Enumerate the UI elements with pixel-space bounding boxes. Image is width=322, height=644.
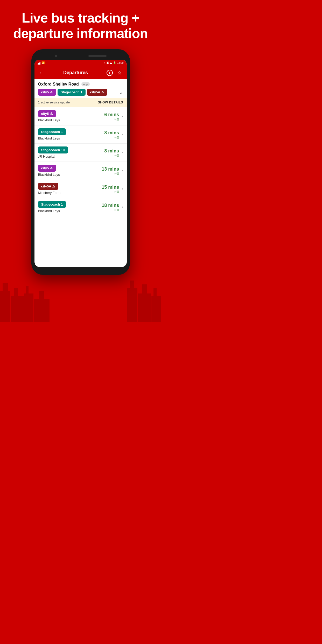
info-button[interactable]: i — [106, 69, 113, 76]
departure-time: 18 mins — [102, 203, 119, 208]
departure-left: Stagecoach 10JR Hospital — [38, 146, 104, 158]
chip-stagecoach1[interactable]: Stagecoach 1 — [58, 89, 86, 96]
stop-name-row: Oxford Shelley Road opp — [38, 82, 123, 87]
service-update-text: 1 active service update — [38, 101, 70, 104]
svg-rect-5 — [24, 293, 33, 322]
service-update-banner[interactable]: 1 active service update SHOW DETAILS — [34, 98, 127, 107]
live-tracking-icon: ((·)) — [102, 208, 119, 211]
departure-chip: city5 ⚠ — [38, 165, 56, 172]
phone-outer: 📶 N ⏰ ⬓ 🔋 13:09 ← Departures i — [31, 49, 130, 275]
departure-row[interactable]: city5A ⚠Minchery Farm15 mins((·))› — [34, 180, 127, 198]
departure-chip: city5A ⚠ — [38, 183, 58, 190]
chevron-right-icon: › — [122, 186, 123, 191]
signal-bar-2 — [38, 63, 39, 65]
chevron-right-icon: › — [122, 114, 123, 118]
departure-time-block: 8 mins((·)) — [104, 148, 119, 157]
app-bar-title: Departures — [45, 70, 106, 75]
departure-row[interactable]: Stagecoach 1Blackbird Leys8 mins((·))› — [34, 125, 127, 144]
hero-section: Live bus tracking + departure informatio… — [0, 0, 161, 47]
departure-left: city5 ⚠Blackbird Leys — [38, 110, 104, 122]
departure-right: 13 mins((·))› — [102, 166, 123, 175]
wifi-icon: 📶 — [41, 61, 45, 64]
departure-left: city5 ⚠Blackbird Leys — [38, 165, 102, 177]
chip-city5[interactable]: city5 ⚠ — [38, 89, 56, 96]
svg-rect-4 — [14, 288, 18, 296]
departure-right: 8 mins((·))› — [104, 130, 123, 139]
svg-rect-2 — [3, 283, 8, 291]
live-tracking-icon: ((·)) — [104, 136, 119, 139]
phone-camera — [55, 55, 57, 57]
departure-time-block: 8 mins((·)) — [104, 130, 119, 139]
departure-row[interactable]: city5 ⚠Blackbird Leys6 mins((·))› — [34, 107, 127, 125]
departure-time: 6 mins — [104, 112, 119, 117]
svg-rect-10 — [130, 281, 134, 288]
svg-rect-3 — [11, 296, 24, 322]
hero-title: Live bus tracking + departure informatio… — [8, 10, 153, 41]
departure-chip: Stagecoach 10 — [38, 146, 68, 153]
favourite-button[interactable]: ☆ — [116, 69, 123, 76]
departure-right: 8 mins((·))› — [104, 148, 123, 157]
nfc-icon: N — [103, 61, 105, 64]
stop-header: Oxford Shelley Road opp city5 ⚠ Stagecoa… — [34, 79, 127, 98]
status-left: 📶 — [38, 61, 45, 65]
departure-time-block: 6 mins((·)) — [104, 112, 119, 121]
departure-right: 18 mins((·))› — [102, 203, 123, 211]
chevron-right-icon: › — [122, 132, 123, 137]
departure-row[interactable]: Stagecoach 10JR Hospital8 mins((·))› — [34, 144, 127, 162]
phone-mockup: 📶 N ⏰ ⬓ 🔋 13:09 ← Departures i — [0, 49, 161, 275]
status-bar: 📶 N ⏰ ⬓ 🔋 13:09 — [34, 60, 127, 66]
departure-right: 15 mins((·))› — [102, 185, 123, 193]
departure-chip: city5 ⚠ — [38, 110, 56, 117]
back-arrow-icon: ← — [39, 70, 44, 76]
svg-rect-14 — [153, 288, 157, 296]
alarm-icon: ⏰ — [106, 61, 109, 64]
departure-left: city5A ⚠Minchery Farm — [38, 183, 102, 195]
live-tracking-icon: ((·)) — [104, 154, 119, 157]
live-tracking-icon: ((·)) — [104, 117, 119, 121]
app-bar: ← Departures i ☆ — [34, 66, 127, 79]
svg-rect-7 — [34, 299, 50, 322]
departure-time-block: 13 mins((·)) — [102, 166, 119, 175]
signal-bar-3 — [39, 62, 40, 65]
departure-row[interactable]: city5 ⚠Blackbird Leys13 mins((·))› — [34, 162, 127, 180]
departure-destination: Minchery Farm — [38, 191, 102, 195]
departure-row[interactable]: Stagecoach 1Blackbird Leys18 mins((·))› — [34, 198, 127, 216]
departure-destination: Blackbird Leys — [38, 209, 102, 213]
route-chips-row: city5 ⚠ Stagecoach 1 city5A ⚠ ⌄ — [38, 89, 123, 96]
chevron-right-icon: › — [122, 205, 123, 209]
departure-destination: Blackbird Leys — [38, 118, 104, 122]
svg-rect-8 — [39, 291, 44, 299]
departure-destination: Blackbird Leys — [38, 136, 104, 140]
departure-left: Stagecoach 1Blackbird Leys — [38, 128, 104, 140]
stop-name: Oxford Shelley Road — [38, 82, 79, 87]
departure-chip: Stagecoach 1 — [38, 128, 66, 135]
phone-speaker — [88, 55, 107, 57]
bluetooth-icon: ⬓ — [110, 61, 112, 64]
departure-time: 8 mins — [104, 130, 119, 136]
chips-expand-button[interactable]: ⌄ — [119, 89, 123, 95]
status-right: N ⏰ ⬓ 🔋 13:09 — [103, 61, 123, 64]
departure-time-block: 18 mins((·)) — [102, 203, 119, 211]
phone-screen: 📶 N ⏰ ⬓ 🔋 13:09 ← Departures i — [34, 60, 127, 267]
svg-rect-9 — [127, 288, 137, 322]
stop-badge: opp — [81, 82, 90, 86]
departure-left: Stagecoach 1Blackbird Leys — [38, 201, 102, 213]
departure-time-block: 15 mins((·)) — [102, 185, 119, 193]
signal-bar-1 — [38, 64, 38, 65]
live-tracking-icon: ((·)) — [102, 172, 119, 175]
svg-rect-12 — [142, 284, 147, 293]
info-circle-icon: i — [107, 70, 113, 76]
departure-time: 13 mins — [102, 166, 119, 172]
chip-city5a[interactable]: city5A ⚠ — [87, 89, 107, 96]
star-icon: ☆ — [117, 70, 122, 76]
signal-bar-4 — [40, 62, 40, 65]
back-button[interactable]: ← — [38, 69, 45, 76]
svg-rect-13 — [151, 296, 161, 322]
departures-list: city5 ⚠Blackbird Leys6 mins((·))›Stageco… — [34, 107, 127, 216]
departure-time: 15 mins — [102, 185, 119, 190]
departure-chip: Stagecoach 1 — [38, 201, 66, 208]
show-details-link[interactable]: SHOW DETAILS — [98, 101, 123, 104]
battery-icon: 🔋 — [113, 61, 116, 64]
svg-rect-11 — [138, 293, 151, 322]
svg-rect-1 — [0, 291, 10, 322]
